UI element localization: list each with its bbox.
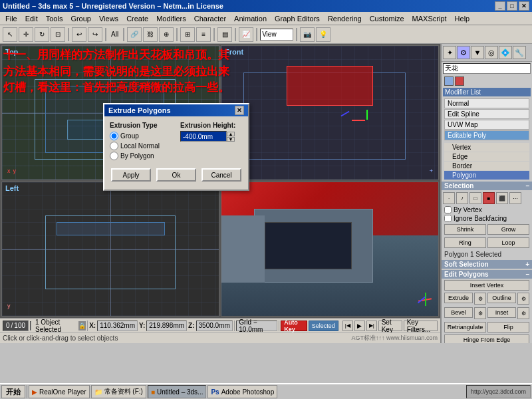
prev-frame-btn[interactable]: |◀ [342, 321, 353, 331]
modifier-edit-spline[interactable]: Edit Spline [444, 109, 529, 119]
edit-polygons-header[interactable]: Edit Polygons – [442, 270, 532, 279]
close-button[interactable]: ✕ [519, 1, 529, 11]
dialog-titlebar[interactable]: Extrude Polygons ✕ [104, 104, 248, 116]
radio-local-input[interactable] [110, 142, 118, 150]
ring-button[interactable]: Ring [444, 237, 486, 248]
key-filters-button[interactable]: Key Filters... [404, 321, 438, 331]
modifier-uvw-map[interactable]: UVW Map [444, 120, 529, 130]
inset-settings-icon[interactable]: ⚙ [517, 307, 529, 319]
toolbar-rotate-btn[interactable]: ↻ [35, 27, 49, 42]
radio-polygon-input[interactable] [110, 152, 118, 160]
bevel-button[interactable]: Bevel [444, 307, 473, 318]
extrude-settings-icon[interactable]: ⚙ [474, 293, 486, 305]
viewport-perspective[interactable]: View [221, 182, 439, 317]
shrink-button[interactable]: Shrink [444, 224, 486, 235]
extrude-button[interactable]: Extrude [444, 293, 473, 303]
outline-settings-icon[interactable]: ⚙ [517, 293, 529, 305]
radio-group-input[interactable] [110, 132, 118, 140]
maximize-button[interactable]: □ [507, 1, 517, 11]
start-button[interactable]: 开始 [1, 385, 25, 398]
toolbar-move-btn[interactable]: ✛ [19, 27, 33, 42]
viewport-left[interactable]: Left y [1, 182, 219, 317]
sel-icon-polygon[interactable]: ■ [483, 192, 495, 204]
spinner-up[interactable]: ▲ [227, 132, 235, 136]
menu-group[interactable]: Group [66, 13, 95, 24]
height-spinner[interactable]: ▲ ▼ [227, 132, 235, 142]
y-coord-field[interactable]: 219.898mm [146, 321, 187, 331]
grow-button[interactable]: Grow [487, 224, 529, 235]
menu-modifiers[interactable]: Modifiers [152, 13, 190, 24]
play-btn[interactable]: ▶ [354, 321, 365, 331]
taskbar-realplayer[interactable]: ▶ RealOne Player [29, 385, 90, 398]
menu-rendering[interactable]: Rendering [324, 13, 366, 24]
sel-icon-edge[interactable]: / [456, 192, 468, 204]
selection-section-header[interactable]: Selection – [442, 182, 532, 190]
motion-tab-btn[interactable]: ◎ [485, 46, 498, 59]
sel-icon-element[interactable]: ⬛ [496, 192, 508, 204]
toolbar-link-btn[interactable]: 🔗 [127, 27, 142, 42]
bevel-settings-icon[interactable]: ⚙ [474, 307, 486, 319]
sub-edge[interactable]: Edge [444, 152, 529, 161]
menu-animation[interactable]: Animation [230, 13, 271, 24]
utilities-tab-btn[interactable]: 🔧 [513, 46, 526, 59]
create-tab-btn[interactable]: ✦ [443, 46, 456, 59]
sub-polygon[interactable]: Polygon [444, 171, 529, 180]
soft-selection-header[interactable]: Soft Selection + [442, 260, 532, 269]
sub-vertex[interactable]: Vertex [444, 143, 529, 152]
toolbar-undo-btn[interactable]: ↩ [72, 27, 86, 42]
menu-views[interactable]: Views [95, 13, 122, 24]
dialog-close-button[interactable]: ✕ [235, 106, 244, 115]
object-name-input[interactable] [443, 63, 531, 74]
menu-graph-editors[interactable]: Graph Editors [271, 13, 324, 24]
toolbar-camera-btn[interactable]: 📷 [300, 27, 315, 42]
menu-customize[interactable]: Customize [366, 13, 408, 24]
color-swatch-1[interactable] [444, 76, 454, 86]
auto-key-button[interactable]: Auto Key [281, 321, 307, 331]
spinner-down[interactable]: ▼ [227, 137, 235, 142]
set-key-button[interactable]: Set Key [378, 321, 402, 331]
color-swatch-2[interactable] [455, 76, 464, 86]
loop-button[interactable]: Loop [487, 237, 529, 248]
toolbar-bind-btn[interactable]: ⊕ [159, 27, 174, 42]
menu-character[interactable]: Character [190, 13, 230, 24]
dialog-apply-button[interactable]: Apply [111, 168, 151, 182]
by-vertex-checkbox[interactable] [444, 206, 452, 213]
window-buttons[interactable]: _ □ ✕ [495, 1, 529, 11]
lock-icon[interactable]: 🔒 [78, 321, 86, 331]
menu-maxscript[interactable]: MAXScript [408, 13, 451, 24]
toolbar-redo-btn[interactable]: ↪ [88, 27, 102, 42]
sub-border[interactable]: Border [444, 162, 529, 170]
menu-tools[interactable]: Tools [42, 13, 67, 24]
modifier-normal[interactable]: Normal [444, 98, 529, 108]
menu-help[interactable]: Help [451, 13, 474, 24]
height-value-display[interactable]: -400.0mm [180, 131, 227, 142]
toolbar-layer-btn[interactable]: ▤ [217, 27, 232, 42]
sel-icon-border[interactable]: □ [469, 192, 481, 204]
retriangulate-button[interactable]: Retriangulate [444, 322, 486, 332]
modifier-list-header[interactable]: Modifier List [443, 88, 531, 96]
toolbar-select-btn[interactable]: ↖ [3, 27, 17, 42]
playback-controls[interactable]: |◀ ▶ ▶| [342, 321, 377, 331]
taskbar-photoshop[interactable]: Ps Adobe Photoshop [207, 385, 277, 398]
toolbar-scale-btn[interactable]: ⊡ [51, 27, 65, 42]
dialog-ok-button[interactable]: Ok [156, 168, 196, 182]
display-tab-btn[interactable]: 💠 [499, 46, 512, 59]
toolbar-view-input[interactable] [260, 29, 293, 41]
hinge-from-edge-button[interactable]: Hinge From Edge [444, 334, 529, 343]
z-coord-field[interactable]: 3500.0mm [196, 321, 233, 331]
minimize-button[interactable]: _ [495, 1, 505, 11]
modify-tab-btn[interactable]: ⚙ [457, 46, 470, 59]
flip-button[interactable]: Flip [487, 322, 529, 332]
next-frame-btn[interactable]: ▶| [366, 321, 377, 331]
outline-button[interactable]: Outline [487, 293, 516, 303]
x-coord-field[interactable]: 110.362mm [97, 321, 138, 331]
toolbar-light-btn[interactable]: 💡 [316, 27, 331, 42]
taskbar-3dsmax[interactable]: ■ Untitled – 3ds... [148, 385, 207, 398]
toolbar-mirror-btn[interactable]: ⊞ [180, 27, 195, 42]
modifier-editable-poly[interactable]: Editable Poly [444, 130, 529, 140]
hierarchy-tab-btn[interactable]: ▼ [471, 46, 484, 59]
inset-button[interactable]: Inset [487, 307, 516, 318]
timeline-bar[interactable] [30, 321, 31, 331]
toolbar-align-btn[interactable]: ≡ [196, 27, 211, 42]
viewport-front[interactable]: Front + [221, 45, 439, 180]
